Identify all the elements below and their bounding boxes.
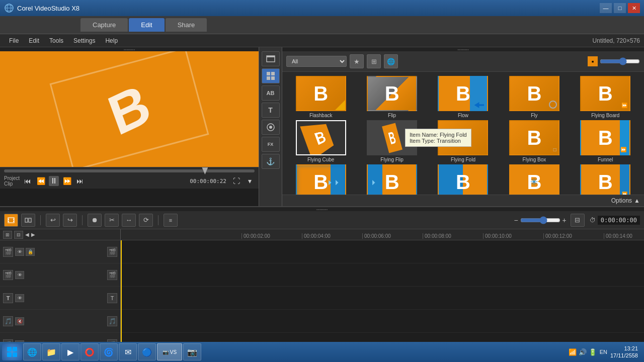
taskbar-app1[interactable]: 🔵 bbox=[138, 343, 156, 360]
left-panel: •••••••• B Project Clip ⏮ ⏪ ⏸ bbox=[0, 47, 259, 206]
progress-bar[interactable] bbox=[4, 169, 255, 172]
flying-fold-thumb: B bbox=[438, 120, 488, 155]
flip-thumb: B bbox=[367, 76, 417, 111]
tool-extra[interactable]: ⚓ bbox=[262, 154, 280, 169]
transition-row3-4[interactable]: B ✳ bbox=[500, 164, 569, 195]
transition-flow[interactable]: B Flow bbox=[429, 76, 498, 118]
menu-settings[interactable]: Settings bbox=[68, 36, 100, 46]
transitions-panel: •••••••• All 2D 3D Alpha NewBlue ★ ⊞ 🌐 ▪ bbox=[282, 47, 644, 206]
prev-track-button[interactable]: ◀ bbox=[25, 232, 29, 237]
tool-titles[interactable]: AB bbox=[262, 85, 280, 101]
transition-flying-cube[interactable]: B Flying Cube bbox=[286, 120, 355, 162]
menu-file[interactable]: File bbox=[4, 36, 24, 46]
taskbar-mediaplayer[interactable]: ▶ bbox=[61, 343, 79, 360]
track-mute-title[interactable]: 👁 bbox=[15, 294, 24, 302]
track-mute-overlay[interactable]: 👁 bbox=[15, 271, 24, 279]
menu-tools[interactable]: Tools bbox=[44, 36, 68, 46]
track-icon-small-video: 🎬 bbox=[107, 247, 117, 257]
clock-display[interactable]: 13:21 17/11/2558 bbox=[610, 345, 638, 359]
track-row-audio1 bbox=[121, 310, 644, 333]
tool-text[interactable]: T bbox=[262, 103, 280, 118]
transition-flip[interactable]: B Flip bbox=[357, 76, 426, 118]
taskbar-ie[interactable]: 🌐 bbox=[23, 343, 41, 360]
close-button[interactable]: ✕ bbox=[628, 3, 640, 13]
row3-3-thumb: B bbox=[438, 164, 488, 195]
taskbar-mail[interactable]: ✉ bbox=[119, 343, 137, 360]
filter-dropdown[interactable]: All 2D 3D Alpha NewBlue bbox=[286, 56, 347, 67]
tray-sound-icon[interactable]: 🔊 bbox=[579, 348, 587, 356]
timeline-storyboard-button[interactable] bbox=[21, 214, 35, 227]
prev-frame-button[interactable]: ⏪ bbox=[36, 176, 46, 186]
zoom-fit-button[interactable]: ⊟ bbox=[571, 214, 585, 227]
tool-media[interactable] bbox=[262, 51, 280, 66]
transition-flying-box[interactable]: B □ Flying Box bbox=[500, 120, 569, 162]
move-button[interactable]: ↔ bbox=[122, 214, 136, 227]
split-button[interactable]: ✂ bbox=[105, 214, 119, 227]
undo-button[interactable]: ↩ bbox=[46, 214, 60, 227]
timeline-film-button[interactable] bbox=[4, 214, 18, 227]
transition-flashback[interactable]: B Flashback bbox=[286, 76, 355, 118]
minimize-button[interactable]: — bbox=[600, 3, 612, 13]
menu-help[interactable]: Help bbox=[100, 36, 123, 46]
media-icon bbox=[266, 54, 275, 63]
taskbar-chrome[interactable]: 🌀 bbox=[100, 343, 118, 360]
track-collapse-button[interactable]: ⊟ bbox=[14, 231, 23, 239]
record-button[interactable]: ⏺ bbox=[88, 214, 102, 227]
track-lock-video[interactable]: 🔒 bbox=[26, 248, 35, 256]
track-mute-video[interactable]: 👁 bbox=[15, 248, 24, 256]
transitions-icon bbox=[266, 71, 275, 80]
maximize-button[interactable]: □ bbox=[614, 3, 626, 13]
ruler-mark-1: 00:00:04:00 bbox=[302, 233, 362, 239]
transition-flying-flip[interactable]: B Flying Flip bbox=[357, 120, 426, 162]
transition-row3-5[interactable]: B ⏩ bbox=[571, 164, 640, 195]
language-indicator[interactable]: EN bbox=[600, 349, 607, 355]
grid-view-button[interactable]: ⊞ bbox=[367, 54, 381, 68]
taskbar-camera[interactable]: 📷 bbox=[183, 343, 201, 360]
track-expand-button[interactable]: ⊞ bbox=[3, 231, 12, 239]
rotate-button[interactable]: ⟳ bbox=[139, 214, 153, 227]
options-button[interactable]: Options ▲ bbox=[611, 197, 640, 204]
transition-fly[interactable]: B Fly bbox=[500, 76, 569, 118]
favorite-button[interactable]: ★ bbox=[350, 54, 364, 68]
tray-network-icon[interactable]: 📶 bbox=[569, 348, 577, 356]
tab-capture[interactable]: Capture bbox=[80, 18, 128, 32]
flashback-thumb: B bbox=[296, 76, 346, 111]
tool-transitions[interactable] bbox=[262, 68, 280, 83]
prev-start-button[interactable]: ⏮ bbox=[23, 176, 33, 186]
start-button[interactable] bbox=[2, 343, 22, 360]
taskbar-videostudio[interactable]: 📷 VS bbox=[157, 343, 182, 360]
transition-flying-board[interactable]: B ⏩ Flying Board bbox=[571, 76, 640, 118]
progress-thumb[interactable] bbox=[202, 167, 208, 174]
fullscreen-button[interactable]: ⛶ bbox=[231, 176, 242, 186]
tray-battery-icon[interactable]: 🔋 bbox=[589, 348, 597, 356]
ruler-mark-6: 00:00:14:00 bbox=[604, 233, 644, 239]
tool-fx[interactable]: FX bbox=[262, 137, 280, 152]
next-track-button[interactable]: ▶ bbox=[31, 232, 35, 237]
tool-audio[interactable] bbox=[262, 120, 280, 135]
next-frame-button[interactable]: ⏩ bbox=[62, 176, 72, 186]
flying-cube-label: Flying Cube bbox=[307, 157, 334, 162]
svg-rect-19 bbox=[29, 218, 31, 222]
transition-row3-3[interactable]: B bbox=[429, 164, 498, 195]
taskbar-opera[interactable]: ⭕ bbox=[80, 343, 99, 360]
timeline-zoom-slider[interactable] bbox=[520, 216, 560, 224]
play-pause-button[interactable]: ⏸ bbox=[49, 176, 59, 186]
zoom-in-button[interactable]: + bbox=[562, 216, 567, 224]
next-end-button[interactable]: ⏭ bbox=[75, 176, 85, 186]
transition-row3-2[interactable]: B ⏵ bbox=[357, 164, 426, 195]
menu-edit[interactable]: Edit bbox=[24, 36, 44, 46]
zoom-slider[interactable] bbox=[600, 57, 640, 65]
transition-funnel[interactable]: B ⏩ Funnel bbox=[571, 120, 640, 162]
redo-button[interactable]: ↪ bbox=[63, 214, 77, 227]
settings-button[interactable]: ▾ bbox=[245, 176, 255, 186]
text-overlay-button[interactable]: ≡ bbox=[164, 214, 178, 227]
track-controls-audio1: 🔇 bbox=[15, 317, 24, 325]
zoom-out-button[interactable]: − bbox=[514, 216, 518, 224]
taskbar-explorer[interactable]: 📁 bbox=[42, 343, 60, 360]
transition-row3-1[interactable]: B ⏵⏵ bbox=[286, 164, 355, 195]
tab-edit[interactable]: Edit bbox=[129, 18, 164, 32]
transition-flying-fold[interactable]: B Flying Fold bbox=[429, 120, 498, 162]
track-mute-audio1[interactable]: 🔇 bbox=[15, 317, 24, 325]
tab-share[interactable]: Share bbox=[166, 18, 207, 32]
globe-effect-button[interactable]: 🌐 bbox=[384, 54, 398, 68]
